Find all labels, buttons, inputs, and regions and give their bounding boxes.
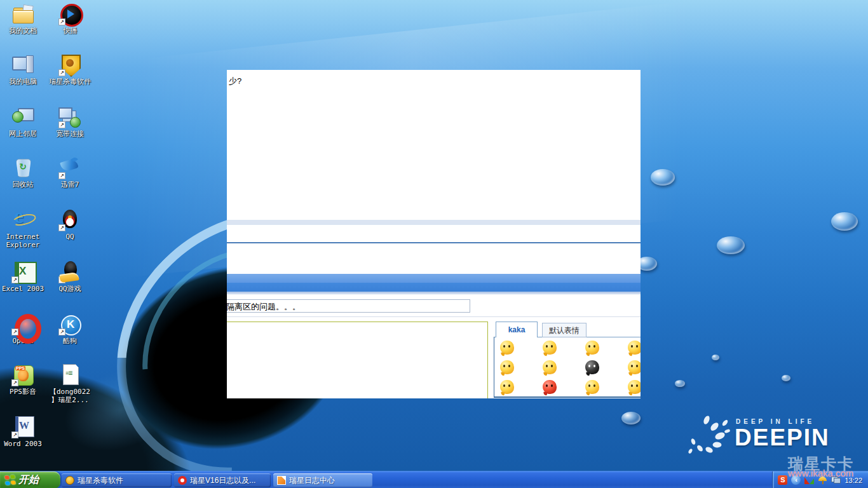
folder-icon (11, 3, 34, 25)
shortcut-arrow-icon: ↗ (11, 329, 18, 336)
qq-penguin-icon: ↗ (58, 208, 81, 231)
reply-editor-area[interactable] (227, 322, 488, 398)
shortcut-arrow-icon: ↗ (58, 276, 65, 283)
taskbar-task-rising-log-center[interactable]: 瑞星日志中心 (273, 473, 372, 487)
emoticon-sweat[interactable] (543, 360, 557, 374)
desktop-icon-kugou[interactable]: ↗ 酷狗 (48, 313, 92, 345)
shortcut-arrow-icon: ↗ (58, 121, 65, 128)
rising-shield-icon: ↗ (58, 53, 81, 76)
pps-player-icon: PPS↗ (11, 363, 34, 386)
blue-header-band-edge (227, 294, 641, 295)
water-droplet (651, 169, 675, 186)
qvod-player-icon: ↗ (58, 3, 81, 25)
kugou-icon: ↗ (58, 313, 81, 336)
desktop-icon-opera[interactable]: ↗ Opera (1, 313, 44, 345)
qq-games-icon: ↗ (58, 261, 81, 283)
reply-title-input[interactable] (227, 299, 470, 313)
sogou-tray-icon[interactable]: S (778, 475, 787, 485)
emoticon-doubt[interactable] (585, 341, 599, 355)
internet-explorer-icon (11, 208, 34, 231)
emoticon-cry[interactable] (628, 341, 641, 355)
taskbar-task-rising-antivirus[interactable]: 瑞星杀毒软件 (62, 473, 172, 487)
word-icon: ↗ (11, 416, 34, 438)
shortcut-arrow-icon: ↗ (11, 431, 18, 438)
emoticon-panel-border (494, 396, 641, 398)
emoticon-bomb[interactable] (585, 360, 599, 374)
tab-kaka[interactable]: kaka (496, 322, 538, 337)
emoticon-grin[interactable] (628, 380, 641, 394)
desktop-icon-pps[interactable]: PPS↗ PPS影音 (1, 363, 44, 396)
deepin-logo: DEEP IN LIFE DEEPIN (688, 412, 834, 456)
emoticon-panel-border (494, 337, 494, 397)
desktop-icon-dong0022-file[interactable]: 【dong0022】瑞星2... (48, 363, 92, 404)
windows-flag-icon (4, 475, 15, 485)
rising-lion-icon (65, 476, 74, 485)
shortcut-arrow-icon: ↗ (58, 172, 65, 179)
thunder-bird-icon: ↗ (58, 156, 81, 179)
opera-icon (178, 476, 187, 485)
log-window: 少? kaka 默认表情 (227, 70, 641, 398)
shortcut-arrow-icon: ↗ (58, 329, 65, 336)
network-places-icon (11, 105, 34, 128)
shortcut-arrow-icon: ↗ (58, 18, 65, 25)
desktop-icon-excel-2003[interactable]: ↗ Excel 2003 (1, 261, 44, 293)
window-top-text: 少? (229, 76, 241, 87)
desktop-icon-my-documents[interactable]: 我的文档 (1, 3, 44, 35)
water-droplet (712, 355, 719, 360)
desktop-icon-internet-explorer[interactable]: Internet Explorer (1, 208, 44, 249)
desktop-wallpaper[interactable]: 我的文档 ↗ 快播 我的电脑 ↗ 瑞星杀毒软件 网上邻居 ↗ 宽带连接 回收站 … (0, 0, 868, 488)
desktop-icon-my-computer[interactable]: 我的电脑 (1, 53, 44, 86)
emoticon-blink[interactable] (585, 380, 599, 394)
desktop-icon-network-places[interactable]: 网上邻居 (1, 105, 44, 138)
shortcut-arrow-icon: ↗ (58, 224, 65, 231)
desktop-icon-word-2003[interactable]: ↗ Word 2003 (1, 416, 44, 448)
water-droplet (675, 380, 685, 387)
orange-doc-icon (277, 476, 286, 485)
computer-icon (11, 53, 34, 76)
taskbar-task-rising-v16-log[interactable]: 瑞星V16日志以及... (174, 473, 271, 487)
separator-line (227, 316, 641, 317)
blue-header-band (227, 274, 641, 283)
taskbar: 开始 瑞星杀毒软件 瑞星V16日志以及... 瑞星日志中心 S ‹ 13:22 (0, 471, 868, 488)
desktop-icon-broadband[interactable]: ↗ 宽带连接 (48, 105, 92, 138)
opera-icon: ↗ (11, 313, 34, 336)
start-button[interactable]: 开始 (0, 471, 60, 488)
water-droplet (831, 212, 858, 231)
desktop-icon-recycle-bin[interactable]: 回收站 (1, 156, 44, 189)
shortcut-arrow-icon: ↗ (58, 69, 65, 76)
tab-default-emoticons[interactable]: 默认表情 (542, 323, 587, 337)
blue-header-band (227, 283, 641, 292)
desktop-icon-qq[interactable]: ↗ QQ (48, 208, 92, 241)
start-label: 开始 (18, 473, 39, 487)
desktop-icon-qq-games[interactable]: ↗ QQ游戏 (48, 261, 92, 293)
shortcut-arrow-icon: ↗ (11, 276, 18, 283)
desktop-icon-qvod[interactable]: ↗ 快播 (48, 3, 92, 35)
desktop-icon-rising-antivirus[interactable]: ↗ 瑞星杀毒软件 (48, 53, 92, 86)
emoticon-angry[interactable] (543, 380, 557, 394)
emoticon-shy[interactable] (500, 360, 514, 374)
excel-icon: ↗ (11, 261, 34, 283)
water-droplet (782, 375, 790, 381)
document-icon (58, 363, 81, 386)
emoticon-shout[interactable] (543, 341, 557, 355)
shortcut-arrow-icon: ↗ (11, 379, 18, 386)
kaka-watermark-url: www.ikaka.com (788, 468, 853, 478)
emoticon-sleepy[interactable] (500, 380, 514, 394)
water-droplet (621, 412, 641, 424)
emoticon-smile[interactable] (500, 341, 514, 355)
separator-band (227, 220, 641, 225)
desktop-icon-thunder7[interactable]: ↗ 迅雷7 (48, 156, 92, 189)
recycle-bin-icon (11, 156, 34, 179)
emoticon-surprised[interactable] (628, 360, 641, 374)
deepin-name: DEEPIN (735, 424, 830, 451)
broadband-connection-icon: ↗ (58, 105, 81, 128)
water-droplet (717, 236, 745, 254)
separator-line (227, 242, 641, 243)
